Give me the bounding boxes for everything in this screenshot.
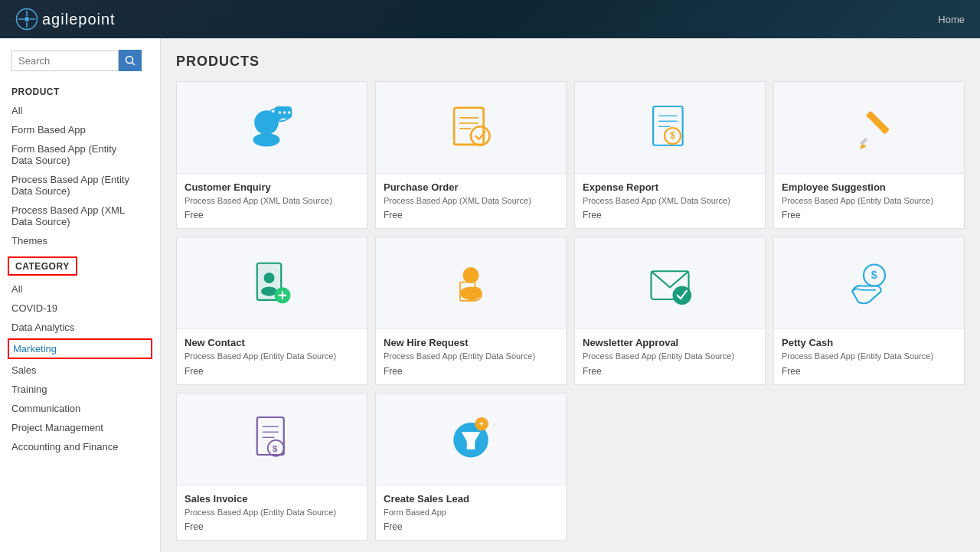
product-card-sales-invoice[interactable]: $ Sales Invoice Process Based App (Entit… bbox=[176, 393, 368, 541]
product-card-petty-cash[interactable]: $ Petty Cash Process Based App (Entity D… bbox=[773, 237, 965, 384]
svg-line-7 bbox=[132, 63, 136, 66]
product-price: Free bbox=[185, 366, 359, 377]
sidebar-item-covid[interactable]: COVID-19 bbox=[0, 299, 160, 318]
sidebar-item-process-xml[interactable]: Process Based App (XMLData Source) bbox=[0, 201, 160, 231]
product-card-customer-enquiry[interactable]: Customer Enquiry Process Based App (XML … bbox=[176, 81, 368, 229]
product-type: Process Based App (Entity Data Source) bbox=[782, 351, 956, 362]
content-area: PRODUCTS bbox=[161, 38, 980, 552]
product-price: Free bbox=[782, 366, 956, 377]
product-icon-area bbox=[774, 82, 964, 174]
logo-icon bbox=[15, 8, 38, 31]
product-icon-area: $ bbox=[774, 237, 964, 329]
svg-rect-30 bbox=[866, 110, 890, 134]
products-grid: Customer Enquiry Process Based App (XML … bbox=[176, 81, 965, 541]
main-layout: PRODUCT All Form Based App Form Based Ap… bbox=[0, 38, 980, 552]
sidebar-item-accounting[interactable]: Accounting and Finance bbox=[0, 437, 160, 456]
new-hire-request-icon bbox=[444, 256, 498, 310]
product-icon-area bbox=[376, 237, 566, 329]
product-price: Free bbox=[782, 210, 956, 220]
product-type: Process Based App (Entity Data Source) bbox=[782, 195, 956, 207]
sidebar-item-project-management[interactable]: Project Management bbox=[0, 418, 160, 437]
product-card-create-sales-lead[interactable]: + Create Sales Lead Form Based App Free bbox=[375, 393, 567, 541]
sidebar-item-themes[interactable]: Themes bbox=[0, 231, 160, 250]
svg-text:$: $ bbox=[871, 269, 877, 281]
product-name: Expense Report bbox=[583, 181, 757, 193]
product-card-new-hire-request[interactable]: New Hire Request Process Based App (Enti… bbox=[375, 237, 567, 384]
sidebar-item-sales[interactable]: Sales bbox=[0, 361, 160, 380]
product-icon-area bbox=[177, 237, 367, 329]
sidebar: PRODUCT All Form Based App Form Based Ap… bbox=[0, 38, 161, 552]
product-info: New Hire Request Process Based App (Enti… bbox=[376, 329, 566, 384]
sidebar-item-marketing[interactable]: Marketing bbox=[8, 338, 152, 359]
sidebar-item-process-entity[interactable]: Process Based App (EntityData Source) bbox=[0, 170, 160, 201]
product-icon-area: + bbox=[376, 394, 566, 485]
svg-point-1 bbox=[24, 17, 29, 21]
product-icon-area: $ bbox=[177, 394, 367, 485]
product-card-new-contact[interactable]: New Contact Process Based App (Entity Da… bbox=[176, 237, 368, 384]
product-name: New Contact bbox=[185, 337, 359, 348]
search-button[interactable] bbox=[119, 50, 142, 71]
product-type: Process Based App (XML Data Source) bbox=[185, 195, 359, 207]
svg-point-6 bbox=[126, 57, 133, 64]
product-info: New Contact Process Based App (Entity Da… bbox=[177, 329, 367, 384]
product-name: Sales Invoice bbox=[185, 493, 359, 505]
product-card-purchase-order[interactable]: Purchase Order Process Based App (XML Da… bbox=[375, 81, 567, 229]
product-name: Newsletter Approval bbox=[583, 337, 757, 348]
product-section-label: PRODUCT bbox=[0, 83, 160, 101]
product-type: Form Based App bbox=[384, 507, 558, 518]
customer-enquiry-icon bbox=[245, 101, 299, 155]
sidebar-item-communication[interactable]: Communication bbox=[0, 399, 160, 418]
svg-point-35 bbox=[264, 273, 275, 283]
product-info: Create Sales Lead Form Based App Free bbox=[376, 485, 566, 540]
sidebar-item-form-based-entity[interactable]: Form Based App (EntityData Source) bbox=[0, 139, 160, 170]
svg-text:+: + bbox=[479, 420, 485, 429]
svg-point-40 bbox=[463, 267, 479, 283]
create-sales-lead-icon: + bbox=[444, 412, 498, 465]
product-card-expense-report[interactable]: $ Expense Report Process Based App (XML … bbox=[574, 81, 766, 229]
product-type: Process Based App (Entity Data Source) bbox=[583, 351, 757, 362]
svg-rect-24 bbox=[653, 106, 683, 145]
product-info: Sales Invoice Process Based App (Entity … bbox=[177, 485, 367, 540]
product-type: Process Based App (Entity Data Source) bbox=[185, 351, 359, 362]
product-info: Newsletter Approval Process Based App (E… bbox=[575, 329, 765, 384]
product-name: Purchase Order bbox=[384, 181, 558, 193]
new-contact-icon bbox=[245, 256, 299, 310]
search-input[interactable] bbox=[11, 51, 119, 71]
product-name: Customer Enquiry bbox=[185, 181, 359, 193]
employee-suggestion-icon bbox=[842, 101, 896, 155]
product-name: New Hire Request bbox=[384, 337, 558, 348]
header: agilepoint Home bbox=[0, 0, 980, 38]
product-card-employee-suggestion[interactable]: Employee Suggestion Process Based App (E… bbox=[773, 81, 965, 229]
product-name: Create Sales Lead bbox=[384, 493, 558, 505]
svg-text:$: $ bbox=[670, 130, 675, 141]
product-price: Free bbox=[185, 210, 359, 220]
sidebar-item-data-analytics[interactable]: Data Analytics bbox=[0, 318, 160, 337]
sidebar-item-training[interactable]: Training bbox=[0, 380, 160, 399]
svg-point-23 bbox=[471, 126, 490, 145]
svg-text:$: $ bbox=[273, 444, 278, 453]
product-price: Free bbox=[583, 366, 757, 377]
product-type: Process Based App (Entity Data Source) bbox=[185, 507, 359, 518]
product-info: Petty Cash Process Based App (Entity Dat… bbox=[774, 329, 964, 384]
petty-cash-icon: $ bbox=[842, 256, 896, 310]
logo-text: agilepoint bbox=[42, 11, 116, 28]
product-icon-area bbox=[177, 82, 367, 174]
svg-point-9 bbox=[253, 133, 280, 147]
page-title: PRODUCTS bbox=[176, 54, 965, 70]
product-price: Free bbox=[185, 521, 359, 532]
product-info: Employee Suggestion Process Based App (E… bbox=[774, 174, 964, 228]
sidebar-item-form-based-app[interactable]: Form Based App bbox=[0, 120, 160, 139]
product-type: Process Based App (Entity Data Source) bbox=[384, 351, 558, 362]
product-price: Free bbox=[384, 210, 558, 220]
svg-point-18 bbox=[288, 111, 291, 114]
home-link[interactable]: Home bbox=[938, 14, 965, 25]
purchase-order-icon bbox=[444, 101, 498, 155]
sidebar-item-category-all[interactable]: All bbox=[0, 279, 160, 299]
category-section-label: CATEGORY bbox=[8, 256, 77, 276]
product-card-newsletter-approval[interactable]: Newsletter Approval Process Based App (E… bbox=[574, 237, 766, 384]
product-info: Customer Enquiry Process Based App (XML … bbox=[177, 174, 367, 228]
product-info: Expense Report Process Based App (XML Da… bbox=[575, 174, 765, 228]
product-name: Petty Cash bbox=[782, 337, 956, 348]
product-price: Free bbox=[384, 521, 558, 532]
sidebar-item-product-all[interactable]: All bbox=[0, 101, 160, 120]
